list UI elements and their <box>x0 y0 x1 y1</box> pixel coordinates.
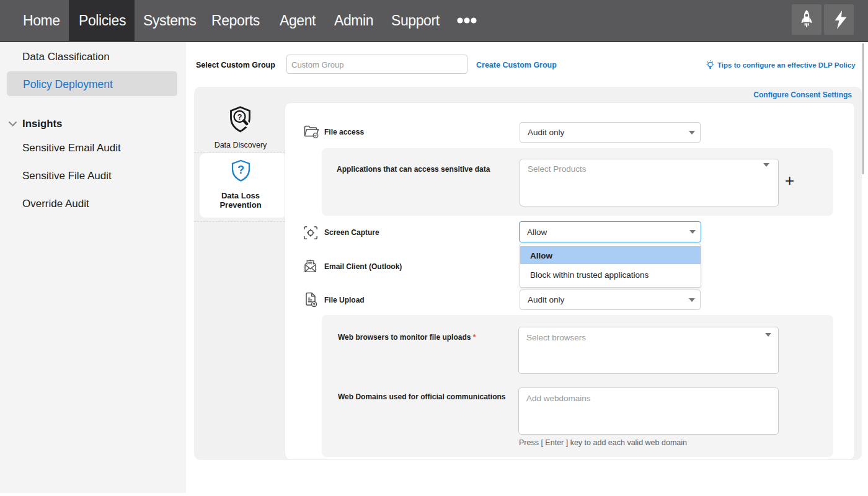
svg-text:?: ? <box>237 163 244 176</box>
svg-text:?: ? <box>237 113 242 122</box>
